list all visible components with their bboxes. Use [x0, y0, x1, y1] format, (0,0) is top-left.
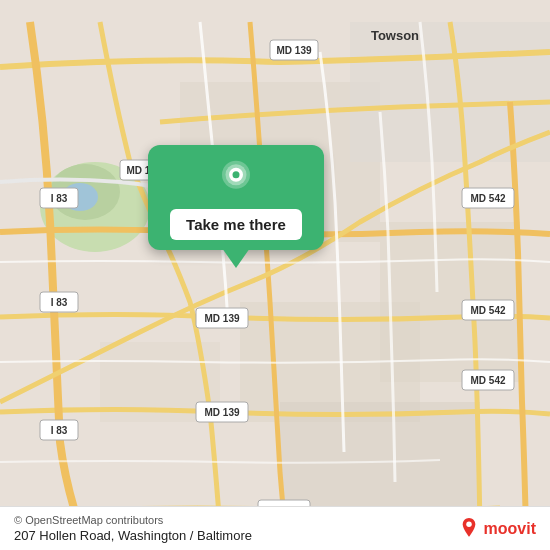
- svg-text:Towson: Towson: [371, 28, 419, 43]
- svg-text:MD 139: MD 139: [276, 45, 311, 56]
- bottom-bar: © OpenStreetMap contributors 207 Hollen …: [0, 506, 550, 550]
- moovit-text: moovit: [484, 520, 536, 538]
- svg-text:MD 542: MD 542: [470, 193, 505, 204]
- map-svg: MD 139 Towson MD 134 I 83 MD 542 I 83 MD…: [0, 0, 550, 550]
- address-label: 207 Hollen Road, Washington / Baltimore: [14, 528, 252, 543]
- svg-text:I 83: I 83: [51, 297, 68, 308]
- svg-text:MD 542: MD 542: [470, 375, 505, 386]
- popup-card: Take me there: [148, 145, 324, 250]
- svg-text:MD 542: MD 542: [470, 305, 505, 316]
- location-pin-icon: [215, 159, 257, 201]
- svg-text:I 83: I 83: [51, 193, 68, 204]
- svg-text:MD 139: MD 139: [204, 313, 239, 324]
- map-container: MD 139 Towson MD 134 I 83 MD 542 I 83 MD…: [0, 0, 550, 550]
- svg-point-37: [466, 521, 472, 527]
- svg-rect-9: [350, 22, 550, 162]
- moovit-icon: [458, 518, 480, 540]
- map-attribution: © OpenStreetMap contributors: [14, 514, 252, 526]
- svg-point-36: [233, 171, 240, 178]
- svg-text:MD 139: MD 139: [204, 407, 239, 418]
- take-me-there-button[interactable]: Take me there: [170, 209, 302, 240]
- moovit-logo: moovit: [458, 518, 536, 540]
- svg-text:I 83: I 83: [51, 425, 68, 436]
